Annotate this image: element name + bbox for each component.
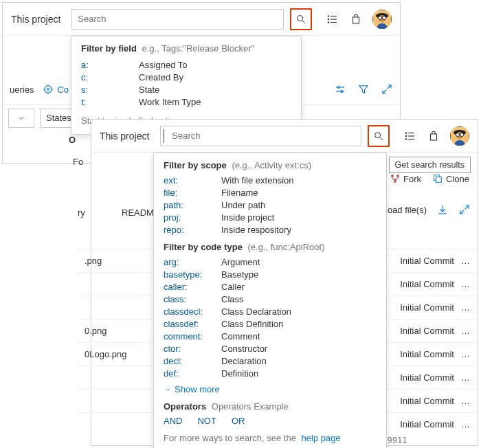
dropdown-row[interactable]: a:Assigned To (81, 59, 291, 71)
list-icon[interactable] (403, 129, 417, 143)
front-header: This project Search (91, 120, 478, 153)
codetype-row[interactable]: arg:Argument (164, 256, 377, 269)
codetype-row[interactable]: class:Class (164, 293, 377, 306)
codetype-row[interactable]: caller:Caller (164, 281, 377, 293)
codetype-row[interactable]: comment:Comment (164, 331, 377, 343)
more-icon[interactable]: … (461, 302, 471, 313)
avatar[interactable] (372, 10, 392, 29)
scope-row[interactable]: proj:Inside project (164, 212, 377, 224)
more-icon[interactable]: … (461, 419, 471, 429)
expand-icon[interactable] (381, 83, 393, 96)
svg-point-0 (298, 15, 303, 21)
scope-label[interactable]: This project (11, 14, 60, 25)
operator-or[interactable]: OR (232, 416, 245, 426)
clone-button[interactable]: Clone (432, 173, 469, 184)
codetype-title: Filter by code type (164, 242, 243, 252)
more-icon[interactable]: … (461, 349, 471, 359)
operators-title: Operators (164, 401, 206, 412)
dropdown-row[interactable]: t:Work Item Type (81, 96, 291, 109)
search-input[interactable]: Search (71, 9, 284, 30)
customize-link[interactable]: Co (42, 83, 69, 96)
codetype-hint: (e.g., func:ApiRoot) (248, 242, 325, 252)
search-input[interactable]: Search (160, 126, 361, 146)
svg-point-30 (405, 132, 407, 133)
bag-icon[interactable] (349, 12, 363, 26)
more-icon[interactable]: … (461, 256, 471, 266)
dropdown-row[interactable]: c:Created By (81, 71, 291, 84)
repo-actions: Fork Clone (390, 173, 469, 184)
dropdown-title: Filter by field (81, 43, 137, 54)
operator-not[interactable]: NOT (197, 416, 216, 426)
column-header-o: O (69, 135, 76, 145)
text-cursor (164, 129, 164, 143)
commit-label: Initial Commit (400, 256, 454, 266)
more-icon[interactable]: … (461, 396, 471, 406)
svg-line-46 (460, 210, 464, 214)
svg-line-26 (380, 137, 383, 140)
codetype-row[interactable]: classdecl:Class Declaration (164, 306, 377, 318)
help-line: For more ways to search, see the help pa… (164, 433, 377, 443)
search-button[interactable] (290, 8, 312, 30)
operator-and[interactable]: AND (164, 416, 182, 426)
queries-link[interactable]: ueries (10, 85, 34, 95)
svg-line-1 (302, 21, 305, 23)
avatar[interactable] (450, 126, 469, 146)
dropdown-rows: a:Assigned To c:Created By s:State t:Wor… (81, 59, 291, 109)
fork-button[interactable]: Fork (390, 173, 421, 184)
chevron-down-icon (17, 114, 25, 122)
svg-point-32 (405, 138, 407, 139)
svg-point-40 (394, 181, 396, 183)
svg-point-25 (375, 132, 381, 137)
show-more-link[interactable]: Show more (164, 384, 377, 394)
codetype-row[interactable]: def:Definition (164, 368, 377, 380)
search-icon (295, 14, 306, 25)
search-placeholder: Search (78, 14, 106, 24)
search-placeholder: Search (172, 131, 200, 141)
commit-label: Initial Commit (400, 302, 454, 313)
scope-row[interactable]: path:Under path (164, 199, 377, 212)
sliders-icon[interactable] (334, 83, 346, 96)
header-icons (319, 10, 392, 29)
commit-label: Initial Commit (400, 372, 454, 383)
scope-label[interactable]: This project (100, 131, 149, 142)
gear-icon (42, 83, 54, 96)
more-icon[interactable]: … (461, 326, 471, 336)
expand-icon[interactable] (458, 203, 471, 216)
scope-title: Filter by scope (164, 160, 227, 170)
svg-point-31 (405, 135, 407, 137)
more-icon[interactable]: … (461, 372, 471, 383)
front-window: This project Search Get search results F… (91, 119, 478, 446)
clone-icon (432, 173, 443, 184)
more-icon[interactable]: … (461, 279, 471, 289)
scope-row[interactable]: file:Filename (164, 187, 377, 199)
svg-line-45 (465, 205, 469, 209)
commit-label: Initial Commit (400, 396, 454, 406)
svg-point-13 (45, 86, 52, 93)
commit-label: Initial Commit (400, 349, 454, 359)
svg-rect-42 (436, 177, 441, 182)
svg-point-38 (392, 175, 394, 177)
scope-row[interactable]: repo:Inside respository (164, 224, 377, 236)
bag-icon[interactable] (427, 129, 440, 143)
list-icon[interactable] (326, 12, 339, 26)
dropdown-hint: e.g., Tags:"Release Blocker" (142, 43, 255, 54)
help-page-link[interactable]: help page (302, 433, 341, 443)
codetype-row[interactable]: basetype:Basetype (164, 269, 377, 281)
dropdown-row[interactable]: s:State (81, 84, 291, 96)
scope-row[interactable]: ext:With file extension (164, 175, 377, 187)
chevron-button[interactable] (8, 109, 34, 128)
fork-icon (390, 173, 401, 184)
codetype-row[interactable]: decl:Declaration (164, 355, 377, 368)
search-button[interactable] (368, 125, 390, 147)
svg-line-24 (383, 90, 386, 93)
filter-icon[interactable] (357, 83, 370, 96)
codetype-row[interactable]: classdef:Class Definition (164, 318, 377, 331)
partial-text-ry: ry (78, 208, 85, 218)
svg-point-7 (328, 21, 329, 23)
codetype-row[interactable]: ctor:Constructor (164, 343, 377, 355)
download-icon[interactable] (436, 203, 449, 216)
svg-point-14 (47, 89, 49, 91)
svg-point-36 (456, 133, 460, 136)
fo-label: Fo (73, 157, 83, 167)
operators-row: AND NOT OR (164, 416, 377, 426)
